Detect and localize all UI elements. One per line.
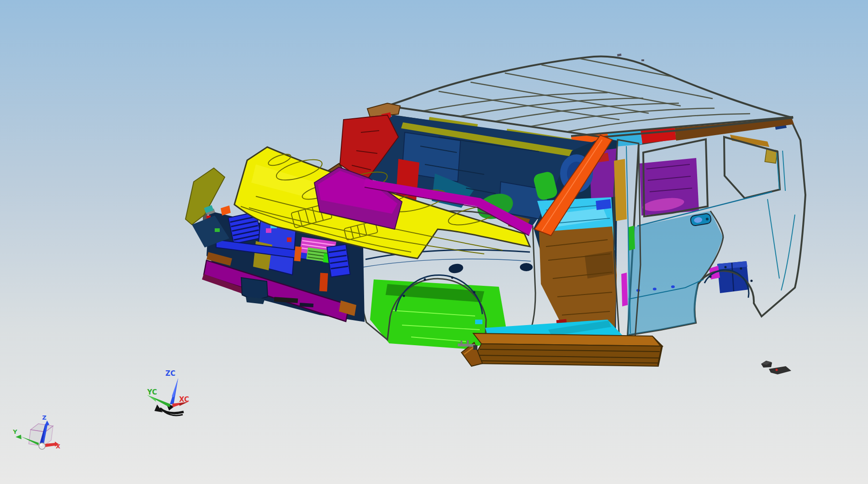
cad-viewport[interactable]: ZC YC XC Z Y X — [0, 0, 868, 484]
radiator-grille-right[interactable] — [327, 244, 350, 277]
flange-bolt — [403, 295, 405, 297]
wcs-yc-label: YC — [147, 388, 157, 396]
red-fleck — [287, 237, 291, 242]
flange-bolt — [725, 266, 727, 268]
wcs-xc-label: XC — [179, 395, 189, 404]
axis-z-label: Z — [42, 414, 46, 421]
door-bolt — [671, 285, 675, 288]
axis-y-label: Y — [12, 428, 17, 435]
bracket-tip — [473, 345, 477, 350]
floor-cyan-fleck — [475, 320, 482, 324]
model-scene: ZC YC XC Z Y X — [0, 0, 868, 484]
floor-blue-bracket — [596, 199, 611, 210]
flange-bolt — [751, 280, 753, 282]
origin-sphere-highlight — [40, 444, 42, 446]
flange-bolt — [709, 276, 712, 278]
bpillar-magenta-sliver — [621, 273, 628, 306]
flange-bolt — [473, 291, 476, 294]
roof-antenna-stub — [641, 59, 644, 61]
bracket-red-dot — [776, 369, 778, 371]
viewport-background — [0, 0, 868, 484]
flange-bolt — [740, 268, 742, 270]
flange-bolt — [451, 277, 454, 279]
axis-x-label: X — [56, 443, 60, 450]
magenta-fleck — [266, 228, 271, 233]
green-fleck — [215, 228, 220, 232]
orange-upright — [294, 246, 302, 261]
bracket-nub — [467, 340, 469, 344]
wcs-zc-label: ZC — [165, 369, 175, 378]
orange-upright — [319, 273, 328, 292]
bpillar-gold-reinforcement[interactable] — [614, 159, 627, 221]
flange-bolt — [424, 279, 426, 281]
fender-opening — [520, 263, 533, 271]
origin-sphere — [39, 443, 45, 449]
door-bolt — [653, 288, 656, 290]
bracket-nub — [460, 341, 462, 344]
